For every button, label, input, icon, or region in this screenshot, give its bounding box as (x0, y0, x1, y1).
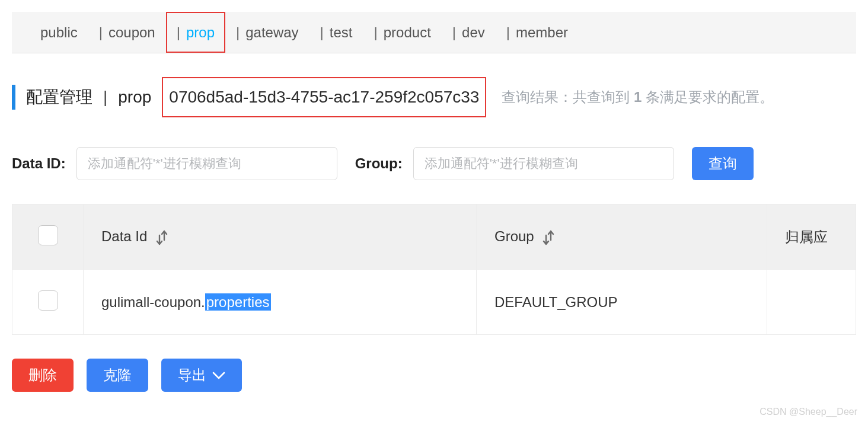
row-checkbox[interactable] (38, 290, 58, 311)
data-id-input[interactable] (76, 147, 337, 180)
tab-separator: | (236, 24, 240, 41)
tab-label: product (384, 24, 431, 41)
search-form: Data ID: Group: 查询 (12, 147, 856, 180)
table-row: gulimall-coupon.properties DEFAULT_GROUP (12, 270, 856, 335)
tab-public[interactable]: | public (30, 12, 88, 53)
page-title: 配置管理 (26, 86, 92, 108)
delete-button-label: 删除 (28, 366, 57, 385)
cell-data-id[interactable]: gulimall-coupon.properties (84, 270, 477, 335)
tab-dev[interactable]: | dev (442, 12, 496, 53)
query-button-label: 查询 (709, 154, 737, 173)
header-data-id[interactable]: Data Id (84, 204, 477, 270)
bulk-actions: 删除 克隆 导出 (12, 359, 856, 392)
tab-coupon[interactable]: | coupon (88, 12, 166, 53)
namespace-tabs: | public | coupon | prop | gateway | tes… (12, 12, 856, 53)
tab-gateway[interactable]: | gateway (225, 12, 309, 53)
tab-product[interactable]: | product (363, 12, 442, 53)
data-id-label: Data ID: (12, 155, 66, 172)
chevron-down-icon (212, 367, 225, 383)
breadcrumb: 配置管理 | prop 0706d5ad-15d3-4755-ac17-259f… (12, 77, 856, 117)
tab-prop[interactable]: | prop (166, 12, 225, 53)
row-checkbox-cell (12, 270, 84, 335)
query-result-count: 1 (634, 89, 642, 105)
tab-label: prop (186, 24, 215, 41)
query-result-prefix: 查询结果：共查询到 (502, 89, 634, 105)
cell-group: DEFAULT_GROUP (477, 270, 767, 335)
header-group-label: Group (494, 228, 534, 244)
export-button[interactable]: 导出 (161, 359, 242, 392)
tab-label: gateway (245, 24, 298, 41)
header-app[interactable]: 归属应 (767, 204, 856, 270)
query-result-suffix: 条满足要求的配置。 (642, 89, 774, 105)
field-data-id: Data ID: (12, 147, 337, 180)
sort-icon (156, 230, 168, 245)
group-input[interactable] (413, 147, 674, 180)
header-checkbox-cell (12, 204, 84, 270)
data-id-highlight: properties (205, 293, 271, 311)
query-button[interactable]: 查询 (692, 147, 754, 180)
query-result-text: 查询结果：共查询到 1 条满足要求的配置。 (502, 88, 774, 107)
delete-button[interactable]: 删除 (12, 359, 74, 392)
tab-separator: | (374, 24, 378, 41)
breadcrumb-separator: | (103, 88, 107, 107)
data-id-prefix: gulimall-coupon. (101, 294, 205, 310)
group-label: Group: (355, 155, 403, 172)
export-button-label: 导出 (178, 366, 206, 385)
tab-separator: | (506, 24, 510, 41)
tab-label: test (330, 24, 353, 41)
tab-member[interactable]: | member (496, 12, 579, 53)
clone-button[interactable]: 克隆 (87, 359, 148, 392)
select-all-checkbox[interactable] (38, 225, 58, 245)
table-header-row: Data Id Group 归属应 (12, 204, 856, 270)
breadcrumb-scope: prop (118, 88, 151, 107)
tab-label: dev (462, 24, 485, 41)
tab-label: member (516, 24, 568, 41)
watermark: CSDN @Sheep__Deer (760, 407, 857, 415)
sort-icon (542, 230, 554, 245)
tab-label: coupon (108, 24, 155, 41)
accent-bar (12, 85, 15, 110)
cell-app (767, 270, 856, 335)
namespace-uuid: 0706d5ad-15d3-4755-ac17-259f2c057c33 (162, 77, 486, 117)
header-data-id-label: Data Id (101, 228, 147, 244)
header-group[interactable]: Group (477, 204, 767, 270)
header-app-label: 归属应 (785, 229, 828, 245)
tab-separator: | (320, 24, 324, 41)
config-table: Data Id Group 归属应 (12, 204, 856, 335)
tab-label: public (40, 24, 78, 41)
field-group: Group: (355, 147, 674, 180)
tab-separator: | (99, 24, 103, 41)
tab-test[interactable]: | test (309, 12, 363, 53)
clone-button-label: 克隆 (103, 366, 132, 385)
tab-separator: | (177, 24, 180, 41)
tab-separator: | (452, 24, 456, 41)
